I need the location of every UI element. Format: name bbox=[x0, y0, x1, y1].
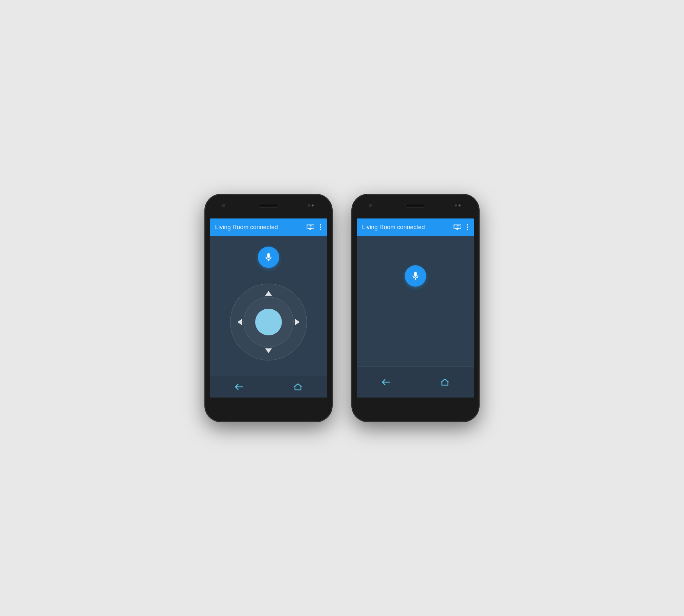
svg-rect-1 bbox=[308, 225, 308, 226]
down-arrow-left[interactable] bbox=[264, 346, 273, 356]
screen-content-left bbox=[210, 236, 327, 376]
app-title-right: Living Room connected bbox=[362, 224, 454, 231]
app-bar-left: Living Room connected bbox=[210, 218, 327, 236]
svg-rect-20 bbox=[459, 225, 459, 226]
svg-rect-9 bbox=[312, 227, 312, 227]
svg-rect-4 bbox=[312, 225, 312, 226]
back-button-left[interactable] bbox=[231, 380, 247, 394]
camera-left bbox=[222, 204, 225, 207]
app-bar-right: Living Room connected bbox=[357, 218, 474, 236]
dot1-right bbox=[455, 204, 457, 206]
back-button-right[interactable] bbox=[378, 375, 394, 389]
phone-right: Living Room connected bbox=[352, 194, 479, 422]
svg-marker-15 bbox=[295, 319, 300, 325]
dot1 bbox=[308, 204, 310, 206]
bottom-nav-left bbox=[210, 376, 327, 398]
keyboard-icon-left[interactable] bbox=[307, 224, 314, 230]
svg-rect-18 bbox=[456, 225, 457, 226]
svg-rect-17 bbox=[455, 225, 455, 226]
svg-rect-2 bbox=[309, 225, 310, 226]
home-button-left[interactable] bbox=[290, 380, 306, 394]
app-bar-actions-right bbox=[454, 223, 469, 231]
indicator-left bbox=[308, 204, 314, 206]
svg-rect-24 bbox=[457, 227, 458, 227]
camera-right bbox=[369, 204, 372, 207]
mic-panel-right bbox=[357, 236, 474, 316]
indicator-right bbox=[455, 204, 461, 206]
select-button-left[interactable] bbox=[255, 309, 282, 335]
dpad-section-left bbox=[230, 268, 307, 376]
svg-rect-25 bbox=[459, 227, 459, 227]
dot2-right bbox=[459, 204, 461, 206]
svg-rect-26 bbox=[455, 228, 460, 228]
svg-rect-3 bbox=[310, 225, 311, 226]
svg-rect-19 bbox=[457, 225, 458, 226]
bottom-panel-right bbox=[357, 367, 474, 398]
svg-marker-13 bbox=[265, 348, 272, 353]
dot2 bbox=[312, 204, 314, 206]
svg-rect-21 bbox=[460, 225, 460, 226]
right-arrow-left[interactable] bbox=[292, 317, 302, 327]
left-arrow-left[interactable] bbox=[235, 317, 245, 327]
app-bar-actions-left bbox=[307, 223, 322, 231]
microphone-button-left[interactable] bbox=[258, 246, 279, 268]
svg-marker-14 bbox=[238, 319, 242, 325]
svg-rect-22 bbox=[455, 227, 455, 227]
screen-right: Living Room connected bbox=[357, 218, 474, 398]
microphone-button-right[interactable] bbox=[405, 265, 426, 287]
up-arrow-left[interactable] bbox=[264, 288, 273, 298]
more-options-icon-left[interactable] bbox=[319, 223, 322, 231]
screen-left: Living Room connected bbox=[210, 218, 327, 398]
dpad-outer-left bbox=[230, 284, 307, 360]
svg-marker-12 bbox=[265, 291, 272, 295]
svg-rect-23 bbox=[456, 227, 457, 227]
more-options-icon-right[interactable] bbox=[466, 223, 469, 231]
app-title-left: Living Room connected bbox=[215, 224, 307, 231]
svg-rect-7 bbox=[309, 227, 310, 227]
svg-rect-8 bbox=[310, 227, 311, 227]
middle-panel-right bbox=[357, 316, 474, 367]
svg-rect-10 bbox=[308, 228, 313, 228]
home-button-right[interactable] bbox=[437, 375, 453, 389]
phone-left: Living Room connected bbox=[205, 194, 332, 422]
keyboard-icon-right[interactable] bbox=[454, 224, 461, 230]
svg-rect-5 bbox=[313, 225, 313, 226]
speaker-left bbox=[259, 203, 279, 208]
mic-section-left bbox=[258, 236, 279, 268]
speaker-right bbox=[405, 203, 425, 208]
svg-rect-6 bbox=[308, 227, 308, 227]
